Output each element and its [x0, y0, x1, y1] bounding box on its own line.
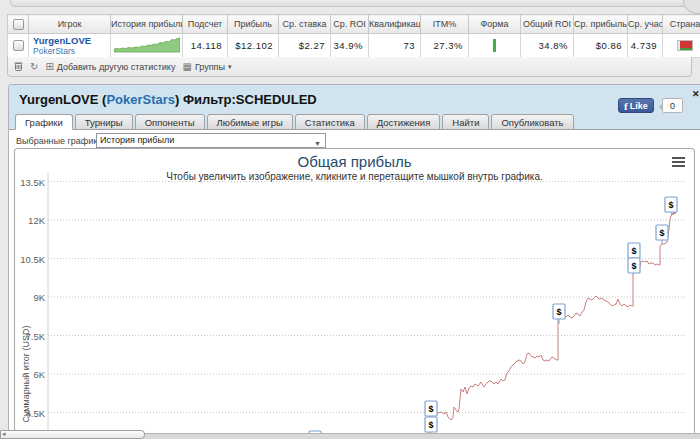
col-avg-entrants: Ср. учас — [628, 15, 663, 34]
tab-1[interactable]: Графики — [15, 114, 73, 130]
panel-title-filter: ) Фильтр:SCHEDULED — [175, 92, 317, 107]
avg-roi-value: 34.9% — [331, 34, 369, 58]
avg-profit-value: $0.86 — [574, 34, 628, 58]
count-value: 14.118 — [183, 34, 228, 58]
previous-panel-bottom-edge — [10, 0, 688, 7]
tab-6[interactable]: Достижения — [367, 114, 441, 130]
col-form: Форма — [469, 15, 521, 34]
form-bar-chart — [493, 39, 496, 52]
graph-select-label: Выбранные графики: — [16, 136, 105, 146]
close-icon[interactable]: ✕ — [692, 89, 700, 99]
select-all-checkbox[interactable] — [13, 19, 24, 30]
tab-2[interactable]: Турниры — [75, 114, 133, 130]
add-statistic-icon: ⊞ — [45, 62, 53, 72]
player-cell: YurgenLOVE PokerStars — [29, 34, 111, 58]
col-country: Страна — [663, 15, 700, 34]
panel-header: YurgenLOVE (PokerStars) Фильтр:SCHEDULED… — [9, 85, 700, 130]
select-all-header — [8, 15, 29, 34]
facebook-like-label: Like — [630, 101, 648, 111]
tab-5[interactable]: Статистика — [295, 114, 365, 130]
avg-entrants-value: 4.739 — [628, 34, 663, 58]
col-avg-profit: Ср. прибыль — [574, 15, 628, 34]
tab-8[interactable]: Опубликовать — [491, 114, 573, 130]
svg-text:$: $ — [428, 420, 433, 430]
row-checkbox[interactable] — [13, 40, 24, 51]
col-count: Подсчет — [183, 15, 228, 34]
tab-4[interactable]: Любимые игры — [207, 114, 293, 130]
facebook-like-count: 0 — [662, 98, 683, 113]
tab-3[interactable]: Оппоненты — [135, 114, 205, 130]
facebook-like-button[interactable]: f Like — [618, 98, 654, 113]
groups-icon: ▦ — [182, 62, 191, 72]
panel-title-player: YurgenLOVE ( — [19, 92, 106, 107]
itm-value: 27.3% — [421, 34, 469, 58]
sparkline-chart — [114, 37, 180, 53]
svg-text:$: $ — [659, 228, 664, 238]
col-profit: Прибыль — [228, 15, 279, 34]
groups-label: Группы — [195, 62, 225, 72]
col-player: Игрок — [29, 15, 111, 34]
scrollbar-left-arrow-icon[interactable]: ◂ — [2, 430, 6, 438]
col-avg-stake: Ср. ставка — [279, 15, 331, 34]
table-row: YurgenLOVE PokerStars 14.118 $12.102 $2.… — [8, 34, 700, 58]
graph-select-value: История прибыли — [100, 135, 174, 145]
panel-title: YurgenLOVE (PokerStars) Фильтр:SCHEDULED — [19, 92, 317, 107]
col-total-roi: Общий ROI — [521, 15, 574, 34]
player-stats-table: Игрок История прибыли Подсчет Прибыль Ср… — [7, 14, 700, 58]
tab-bar: ГрафикиТурнирыОппонентыЛюбимые игрыСтати… — [15, 114, 574, 129]
add-statistic-button[interactable]: ⊞ Добавить другую статистику — [45, 62, 175, 72]
profit-history-sparkline — [111, 34, 183, 58]
add-statistic-label: Добавить другую статистику — [57, 62, 176, 72]
refresh-icon[interactable]: ↻ — [30, 62, 38, 72]
svg-text:$: $ — [631, 261, 636, 271]
country-cell — [663, 34, 700, 58]
form-cell — [469, 34, 521, 58]
player-name-link[interactable]: YurgenLOVE — [33, 36, 110, 46]
graph-select-row: Выбранные графики: История прибыли ▼ — [9, 131, 700, 149]
groups-button[interactable]: ▦ Группы ▾ — [182, 62, 231, 72]
corner-decoration — [683, 0, 700, 14]
player-site-link[interactable]: PokerStars — [33, 46, 110, 56]
total-roi-value: 34.8% — [521, 34, 574, 58]
profit-chart-container: Общая прибыль Чтобы увеличить изображени… — [14, 148, 695, 439]
panel-title-site-link[interactable]: PokerStars — [106, 92, 175, 107]
horizontal-scrollbar-thumb[interactable] — [0, 430, 145, 439]
svg-text:$: $ — [428, 404, 433, 414]
groups-caret-icon: ▾ — [228, 63, 232, 71]
avg-stake-value: $2.27 — [279, 34, 331, 58]
profit-value: $12.102 — [228, 34, 279, 58]
svg-text:$: $ — [631, 246, 636, 256]
svg-text:$: $ — [556, 307, 561, 317]
belarus-flag-icon — [677, 40, 693, 51]
table-header-row: Игрок История прибыли Подсчет Прибыль Ср… — [8, 15, 700, 34]
col-qualified: Квалификац — [369, 15, 421, 34]
profit-chart-plot[interactable]: $$$$$$$$ — [15, 149, 694, 438]
tab-7[interactable]: Найти — [442, 114, 489, 130]
table-toolbar: ↻ ⊞ Добавить другую статистику ▦ Группы … — [7, 57, 692, 77]
svg-text:$: $ — [668, 200, 673, 210]
qualified-value: 73 — [369, 34, 421, 58]
trash-icon[interactable] — [14, 61, 23, 73]
col-itm: ITM% — [421, 15, 469, 34]
col-profit-history: История прибыли — [111, 15, 183, 34]
facebook-icon: f — [624, 100, 628, 112]
graph-type-select[interactable]: История прибыли ▼ — [96, 133, 326, 148]
col-avg-roi: Ср. ROI — [331, 15, 369, 34]
